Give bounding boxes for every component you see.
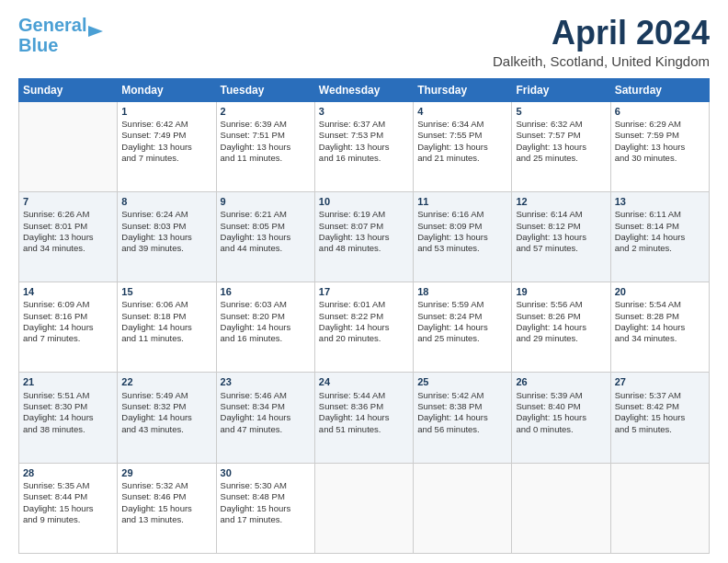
col-sunday: Sunday xyxy=(19,78,118,101)
day-info-line: and 48 minutes. xyxy=(319,243,409,254)
day-number: 18 xyxy=(417,285,507,298)
day-info-line: Sunrise: 5:49 AM xyxy=(121,390,211,401)
day-info-line: Sunrise: 6:34 AM xyxy=(417,119,507,130)
header: GeneralBlue April 2024 Dalkeith, Scotlan… xyxy=(18,15,710,69)
day-info-line: Sunrise: 5:54 AM xyxy=(615,299,705,310)
day-info-line: Daylight: 13 hours xyxy=(516,232,606,243)
title-block: April 2024 Dalkeith, Scotland, United Ki… xyxy=(493,15,710,69)
day-info-line: and 51 minutes. xyxy=(319,424,409,435)
day-info-line: Sunrise: 6:19 AM xyxy=(319,209,409,220)
table-row: 9Sunrise: 6:21 AMSunset: 8:05 PMDaylight… xyxy=(216,191,314,282)
table-row: 8Sunrise: 6:24 AMSunset: 8:03 PMDaylight… xyxy=(118,191,216,282)
day-number: 15 xyxy=(121,285,211,298)
day-info-line: Daylight: 13 hours xyxy=(319,142,409,153)
table-row: 27Sunrise: 5:37 AMSunset: 8:42 PMDayligh… xyxy=(610,373,709,463)
day-info-line: Daylight: 14 hours xyxy=(319,322,409,333)
day-info-line: Daylight: 14 hours xyxy=(516,322,606,333)
day-info-line: Daylight: 14 hours xyxy=(23,322,113,333)
day-info-line: Sunset: 8:22 PM xyxy=(319,311,409,322)
day-info-line: Sunrise: 6:01 AM xyxy=(319,299,409,310)
day-info-line: and 53 minutes. xyxy=(417,243,507,254)
col-friday: Friday xyxy=(512,78,610,101)
day-number: 10 xyxy=(319,195,409,208)
day-info-line: and 7 minutes. xyxy=(121,153,211,164)
day-info-line: Daylight: 13 hours xyxy=(121,232,211,243)
day-info-line: Sunrise: 5:44 AM xyxy=(319,390,409,401)
day-info-line: and 2 minutes. xyxy=(615,243,705,254)
day-info-line: and 7 minutes. xyxy=(23,333,113,344)
day-info-line: Sunrise: 5:30 AM xyxy=(221,480,311,491)
day-info-line: Sunrise: 6:03 AM xyxy=(221,299,311,310)
day-number: 29 xyxy=(121,466,211,479)
logo-arrow-icon xyxy=(88,22,107,40)
day-info-line: Daylight: 14 hours xyxy=(121,322,211,333)
day-info-line: Sunset: 8:09 PM xyxy=(417,221,507,232)
day-info-line: Sunset: 8:28 PM xyxy=(615,311,705,322)
day-number: 28 xyxy=(23,466,113,479)
day-number: 22 xyxy=(121,375,211,388)
day-info-line: Daylight: 15 hours xyxy=(516,412,606,423)
day-info-line: Sunset: 8:40 PM xyxy=(516,401,606,412)
day-number: 9 xyxy=(221,195,311,208)
table-row: 10Sunrise: 6:19 AMSunset: 8:07 PMDayligh… xyxy=(314,191,413,282)
day-info-line: and 56 minutes. xyxy=(417,424,507,435)
day-info-line: and 11 minutes. xyxy=(221,153,311,164)
day-number: 20 xyxy=(615,285,705,298)
day-info-line: Sunset: 7:55 PM xyxy=(417,130,507,141)
day-info-line: and 25 minutes. xyxy=(417,333,507,344)
col-thursday: Thursday xyxy=(414,78,512,101)
day-number: 5 xyxy=(516,105,606,118)
day-info-line: and 16 minutes. xyxy=(221,333,311,344)
day-info-line: Sunrise: 6:21 AM xyxy=(221,209,311,220)
table-row: 2Sunrise: 6:39 AMSunset: 7:51 PMDaylight… xyxy=(216,101,314,191)
table-row: 19Sunrise: 5:56 AMSunset: 8:26 PMDayligh… xyxy=(512,282,610,373)
day-info-line: and 47 minutes. xyxy=(221,424,311,435)
day-info-line: Sunset: 8:14 PM xyxy=(615,221,705,232)
day-info-line: Daylight: 14 hours xyxy=(417,412,507,423)
table-row xyxy=(314,463,413,553)
day-number: 25 xyxy=(417,375,507,388)
day-info-line: Sunset: 7:57 PM xyxy=(516,130,606,141)
day-info-line: Sunrise: 6:09 AM xyxy=(23,299,113,310)
day-info-line: and 21 minutes. xyxy=(417,153,507,164)
day-info-line: Sunset: 8:16 PM xyxy=(23,311,113,322)
table-row: 23Sunrise: 5:46 AMSunset: 8:34 PMDayligh… xyxy=(216,373,314,463)
day-info-line: and 38 minutes. xyxy=(23,424,113,435)
day-number: 27 xyxy=(615,375,705,388)
page: GeneralBlue April 2024 Dalkeith, Scotlan… xyxy=(0,0,728,563)
day-info-line: Sunset: 8:01 PM xyxy=(23,221,113,232)
day-info-line: and 13 minutes. xyxy=(121,514,211,525)
month-title: April 2024 xyxy=(493,15,710,52)
day-info-line: Sunrise: 5:46 AM xyxy=(221,390,311,401)
day-info-line: Daylight: 13 hours xyxy=(121,142,211,153)
location: Dalkeith, Scotland, United Kingdom xyxy=(493,53,710,69)
day-info-line: Daylight: 15 hours xyxy=(615,412,705,423)
table-row: 16Sunrise: 6:03 AMSunset: 8:20 PMDayligh… xyxy=(216,282,314,373)
day-number: 1 xyxy=(121,105,211,118)
day-info-line: Sunset: 8:26 PM xyxy=(516,311,606,322)
day-info-line: Sunset: 8:30 PM xyxy=(23,401,113,412)
table-row xyxy=(19,101,118,191)
day-info-line: and 0 minutes. xyxy=(516,424,606,435)
day-info-line: Sunrise: 6:29 AM xyxy=(615,119,705,130)
day-info-line: and 25 minutes. xyxy=(516,153,606,164)
day-number: 4 xyxy=(417,105,507,118)
day-info-line: and 17 minutes. xyxy=(221,514,311,525)
day-info-line: and 11 minutes. xyxy=(121,333,211,344)
day-info-line: Daylight: 13 hours xyxy=(221,232,311,243)
day-info-line: Daylight: 15 hours xyxy=(23,503,113,514)
day-info-line: Sunrise: 5:39 AM xyxy=(516,390,606,401)
calendar-week-4: 21Sunrise: 5:51 AMSunset: 8:30 PMDayligh… xyxy=(19,373,710,463)
logo-text: GeneralBlue xyxy=(18,15,86,55)
day-info-line: Daylight: 14 hours xyxy=(615,322,705,333)
day-number: 16 xyxy=(221,285,311,298)
col-tuesday: Tuesday xyxy=(216,78,314,101)
table-row: 7Sunrise: 6:26 AMSunset: 8:01 PMDaylight… xyxy=(19,191,118,282)
day-info-line: Sunrise: 5:56 AM xyxy=(516,299,606,310)
day-info-line: Daylight: 15 hours xyxy=(221,503,311,514)
day-info-line: Daylight: 13 hours xyxy=(221,142,311,153)
day-info-line: Sunrise: 6:42 AM xyxy=(121,119,211,130)
day-info-line: Sunset: 8:03 PM xyxy=(121,221,211,232)
day-number: 23 xyxy=(221,375,311,388)
day-info-line: Sunset: 7:59 PM xyxy=(615,130,705,141)
